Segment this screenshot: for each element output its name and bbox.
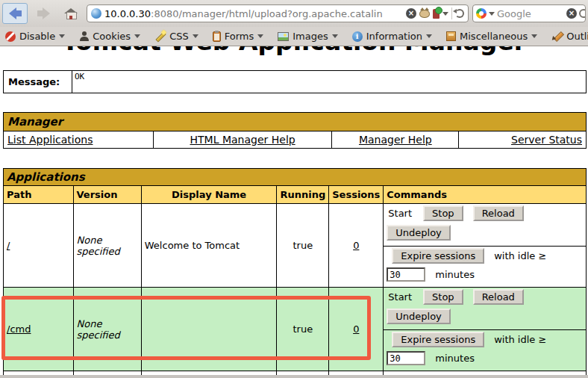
reload-button[interactable]: Reload <box>473 205 524 221</box>
home-button[interactable] <box>59 3 83 24</box>
back-button[interactable] <box>2 3 28 24</box>
col-display-name: Display Name <box>141 186 277 204</box>
link-manager-help[interactable]: Manager Help <box>359 134 432 146</box>
app-path-link[interactable]: / <box>7 240 10 251</box>
menu-images[interactable]: Images <box>278 31 338 42</box>
app-running: true <box>277 288 329 371</box>
chevron-down-icon <box>257 34 263 38</box>
url-bar[interactable]: 10.0.0.30:8080/manager/html/upload?org.a… <box>87 4 469 22</box>
page-title: Tomcat Web Application Manager <box>0 46 588 54</box>
magnifier-icon[interactable] <box>579 9 586 18</box>
menu-information[interactable]: Information <box>352 31 432 42</box>
url-host: 10.0.0.30 <box>104 8 151 19</box>
app-row-root: / None specified Welcome to Tomcat true … <box>4 204 587 247</box>
manager-section-title: Manager <box>4 113 587 131</box>
with-idle-label: with idle ≥ <box>494 334 546 345</box>
message-value: OK <box>72 71 587 93</box>
search-box[interactable] <box>472 4 586 22</box>
forms-icon <box>213 31 221 42</box>
reload-button[interactable]: Reload <box>473 289 524 305</box>
menu-miscellaneous-label: Miscellaneous <box>460 31 528 42</box>
url-dropdown-chevron-icon[interactable] <box>442 12 448 16</box>
chevron-down-icon <box>332 34 338 38</box>
cookies-icon <box>79 31 89 41</box>
applications-section-title: Applications <box>4 169 587 186</box>
menu-disable-label: Disable <box>19 31 55 42</box>
forward-icon <box>37 7 50 19</box>
link-html-manager-help[interactable]: HTML Manager Help <box>190 134 295 146</box>
app-sessions-link[interactable]: 0 <box>353 323 359 335</box>
search-input[interactable] <box>497 8 564 19</box>
manager-section: Manager List Applications HTML Manager H… <box>3 112 587 149</box>
menu-outline-label: Outline <box>566 31 588 42</box>
undeploy-button[interactable]: Undeploy <box>387 225 451 241</box>
clear-search-icon[interactable] <box>566 8 577 19</box>
menu-cookies[interactable]: Cookies <box>79 31 140 42</box>
chevron-down-icon <box>193 34 198 38</box>
stop-button[interactable]: Stop <box>423 289 463 305</box>
message-label: Message: <box>4 71 72 93</box>
app-display-name: Welcome to Tomcat <box>141 204 277 288</box>
url-bar-divider <box>451 7 452 19</box>
expire-sessions-button[interactable]: Expire sessions <box>392 332 484 347</box>
app-sessions-link[interactable]: 0 <box>353 240 359 251</box>
bookmark-add-icon[interactable] <box>433 9 440 19</box>
app-commands-cell: Start Stop Reload Undeploy <box>384 204 587 247</box>
col-running: Running <box>277 186 329 204</box>
disable-icon <box>5 31 16 42</box>
menu-disable[interactable]: Disable <box>5 31 65 42</box>
menu-forms-label: Forms <box>225 31 254 42</box>
site-identity-globe-icon[interactable] <box>91 8 101 19</box>
applications-header-row: Path Version Display Name Running Sessio… <box>4 186 587 204</box>
undeploy-button[interactable]: Undeploy <box>387 309 451 324</box>
css-icon <box>154 31 166 42</box>
app-version: None specified <box>73 204 141 288</box>
page-content: Tomcat Web Application Manager Message: … <box>0 46 588 377</box>
reload-icon[interactable] <box>455 9 464 18</box>
google-logo-icon[interactable] <box>476 8 487 19</box>
url-path: :8080/manager/html/upload?org.apache.cat… <box>151 8 383 19</box>
menu-miscellaneous[interactable]: Miscellaneous <box>446 31 537 42</box>
app-commands-cell: Start Stop Reload Undeploy <box>384 288 587 330</box>
webdeveloper-toolbar: Disable Cookies CSS Forms Images Informa… <box>0 27 588 46</box>
app-display-name <box>141 288 277 371</box>
url-text: 10.0.0.30:8080/manager/html/upload?org.a… <box>104 8 403 19</box>
chevron-down-icon <box>531 34 537 38</box>
link-list-applications[interactable]: List Applications <box>7 134 93 146</box>
menu-forms[interactable]: Forms <box>213 31 264 42</box>
expire-sessions-button[interactable]: Expire sessions <box>392 248 484 264</box>
stop-button[interactable]: Stop <box>423 205 463 221</box>
menu-cookies-label: Cookies <box>93 31 131 42</box>
window-bottom-edge <box>0 375 588 378</box>
expire-sessions-cell: Expire sessions with idle ≥ minutes <box>384 330 587 371</box>
app-running: true <box>277 204 329 288</box>
menu-images-label: Images <box>293 31 328 42</box>
miscellaneous-icon <box>446 31 456 41</box>
browser-window: 10.0.0.30:8080/manager/html/upload?org.a… <box>0 0 588 378</box>
col-version: Version <box>73 186 141 204</box>
app-version: None specified <box>73 288 141 371</box>
chevron-down-icon <box>59 34 65 38</box>
minutes-label: minutes <box>435 269 475 280</box>
menu-information-label: Information <box>366 31 422 42</box>
search-engine-chevron-icon[interactable] <box>489 12 495 16</box>
app-path-link[interactable]: /cmd <box>7 323 31 335</box>
app-row-cmd: /cmd None specified true 0 Start Stop Re… <box>4 288 587 330</box>
clear-url-icon[interactable] <box>406 8 416 19</box>
menu-css[interactable]: CSS <box>154 31 198 42</box>
idle-minutes-input[interactable] <box>387 267 425 282</box>
outline-icon <box>551 31 563 42</box>
chevron-down-icon <box>134 34 140 38</box>
col-commands: Commands <box>384 186 587 204</box>
expire-sessions-cell: Expire sessions with idle ≥ minutes <box>384 247 587 288</box>
idle-minutes-input[interactable] <box>387 351 425 365</box>
applications-table: Applications Path Version Display Name R… <box>3 168 587 377</box>
tomcat-favicon <box>419 10 430 18</box>
forward-button[interactable] <box>31 3 55 24</box>
menu-outline[interactable]: Outline <box>551 31 588 42</box>
home-icon <box>64 8 78 19</box>
menu-css-label: CSS <box>169 31 189 42</box>
col-sessions: Sessions <box>329 186 384 204</box>
link-server-status[interactable]: Server Status <box>511 134 582 146</box>
chevron-down-icon <box>426 34 432 38</box>
